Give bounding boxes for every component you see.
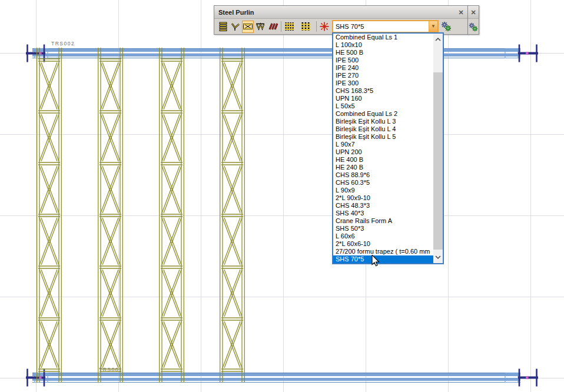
dropdown-item[interactable]: UPN 160 (333, 95, 433, 102)
dropdown-item[interactable]: IPE 240 (333, 64, 433, 72)
dropdown-item[interactable]: L 90x7 (333, 141, 433, 148)
dense-grid-icon[interactable] (283, 21, 295, 33)
dropdown-item[interactable]: HE 500 B (333, 49, 433, 57)
secondary-titlebar[interactable]: ✕ (468, 6, 479, 19)
close-icon[interactable]: ✕ (469, 8, 478, 16)
dropdown-item[interactable]: L 50x5 (333, 102, 433, 110)
dropdown-item[interactable]: Combined Equal Ls 1 (333, 34, 433, 41)
dropdown-item[interactable]: IPE 270 (333, 72, 433, 79)
steel-purlin-titlebar[interactable]: Steel Purlin ✕ (214, 6, 467, 19)
profile-input[interactable] (333, 21, 429, 32)
dropdown-item[interactable]: 27/200 formu trapez ( t=0.60 mm (333, 248, 433, 255)
scroll-down-icon[interactable] (433, 251, 443, 263)
dropdown-item[interactable]: SHS 70*5 (333, 255, 433, 263)
dropdown-item[interactable]: Combined Equal Ls 2 (333, 110, 433, 118)
combo-dropdown-arrow-icon[interactable]: ▼ (429, 21, 437, 32)
stacked-purlins-icon[interactable] (217, 21, 229, 33)
dropdown-item[interactable]: Birleşik Eşit Kollu L 3 (333, 118, 433, 125)
diagonal-braces-icon[interactable] (267, 21, 278, 33)
svg-text:TRS002: TRS002 (51, 41, 75, 46)
dropdown-item[interactable]: L 100x10 (333, 41, 433, 49)
dropdown-item[interactable]: Birleşik Eşit Kollu L 4 (333, 125, 433, 133)
truss-panel-icon[interactable] (242, 21, 254, 33)
dropdown-scrollbar[interactable] (433, 34, 443, 263)
star-joint-icon[interactable] (319, 21, 330, 33)
model-view[interactable]: TRS002TRS001 (0, 0, 564, 392)
scroll-up-icon[interactable] (433, 34, 443, 45)
autodefaults-gears-icon[interactable] (468, 21, 479, 34)
dropdown-item[interactable]: Birleşik Eşit Kollu L 5 (333, 133, 433, 141)
dropdown-item[interactable]: CHS 60.3*5 (333, 179, 433, 187)
autodefaults-gears-icon[interactable] (440, 20, 453, 33)
dropdown-item[interactable]: 2*L 90x9-10 (333, 194, 433, 202)
dropdown-items: Combined Equal Ls 1L 100x10HE 500 BIPE 5… (333, 34, 433, 263)
toolbar-separator (316, 21, 317, 32)
dropdown-item[interactable]: SHS 40*3 (333, 210, 433, 217)
dropdown-item[interactable]: HE 240 B (333, 164, 433, 171)
profile-dropdown-list: Combined Equal Ls 1L 100x10HE 500 BIPE 5… (332, 32, 444, 264)
bent-profile-icon[interactable] (230, 21, 241, 33)
dropdown-item[interactable]: SHS 50*3 (333, 225, 433, 232)
dropdown-item[interactable]: L 90x9 (333, 187, 433, 194)
dropdown-item[interactable]: L 60x6 (333, 232, 433, 240)
window-title: Steel Purlin (214, 9, 456, 16)
dropdown-item[interactable]: Crane Rails Form A (333, 217, 433, 225)
dropdown-item[interactable]: UPN 200 (333, 148, 433, 156)
secondary-tool-window: ✕ (467, 5, 479, 35)
dropdown-item[interactable]: CHS 168.3*5 (333, 87, 433, 95)
dropdown-item[interactable]: IPE 300 (333, 79, 433, 87)
dropdown-item[interactable]: CHS 88.9*6 (333, 171, 433, 179)
offset-grid-icon[interactable] (300, 21, 311, 33)
dropdown-item[interactable]: IPE 500 (333, 57, 433, 64)
zigzag-chord-icon[interactable] (254, 21, 266, 33)
scrollbar-thumb[interactable] (433, 72, 443, 250)
dropdown-item[interactable]: HE 400 B (333, 156, 433, 164)
dropdown-item[interactable]: CHS 48.3*3 (333, 202, 433, 210)
steel-purlin-window: Steel Purlin ✕ (214, 5, 468, 35)
application-canvas: TRS002TRS001 Steel Purlin ✕ (0, 0, 564, 392)
dropdown-item[interactable]: 2*L 60x6-10 (333, 240, 433, 248)
toolbar-separator (281, 21, 281, 32)
close-icon[interactable]: ✕ (456, 8, 466, 16)
profile-combobox: ▼ (332, 20, 439, 33)
